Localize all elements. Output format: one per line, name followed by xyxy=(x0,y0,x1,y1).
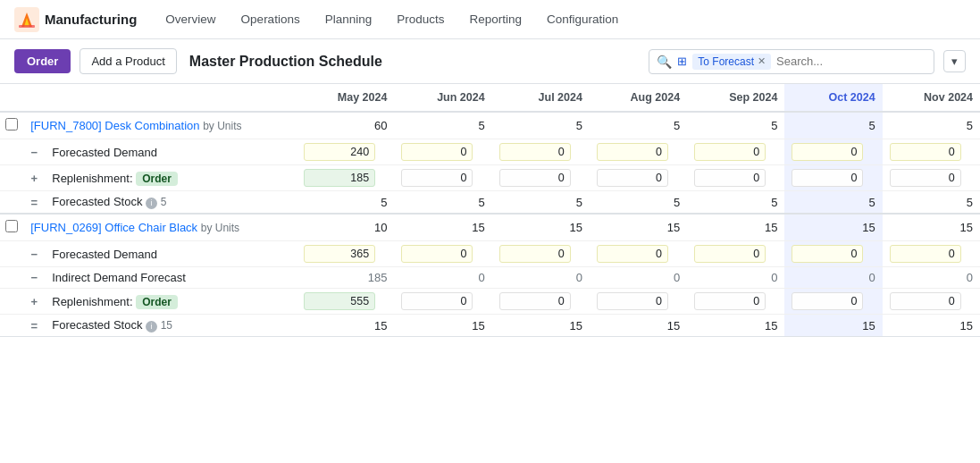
replenishment-input[interactable] xyxy=(597,169,668,187)
search-bar: 🔍 ⊞ To Forecast ✕ xyxy=(649,49,934,74)
replenishment-input[interactable] xyxy=(694,292,766,310)
filter-label: To Forecast xyxy=(698,55,754,68)
filter-badge[interactable]: To Forecast ✕ xyxy=(692,54,771,70)
demand-input[interactable] xyxy=(401,143,473,161)
cell: 15 xyxy=(883,315,980,337)
cell-highlighted: 15 xyxy=(784,315,882,337)
cell xyxy=(883,241,980,267)
cell: 15 xyxy=(394,315,491,337)
cell: 5 xyxy=(590,112,687,139)
forecast-stock-row-1: = Forecasted Stock i 5 5 5 5 5 5 5 5 xyxy=(0,191,980,215)
cell xyxy=(590,289,687,315)
cell xyxy=(297,241,394,267)
search-input[interactable] xyxy=(776,55,926,68)
cell: 15 xyxy=(590,315,687,337)
replenishment-input[interactable] xyxy=(890,169,961,187)
replenishment-badge-2[interactable]: Order xyxy=(136,295,178,309)
forecast-stock-label-2: Forecasted Stock i 15 xyxy=(45,315,297,337)
demand-input[interactable] xyxy=(499,245,571,263)
nav-products[interactable]: Products xyxy=(386,7,455,31)
replenishment-input[interactable] xyxy=(890,292,961,310)
cell xyxy=(492,165,590,191)
demand-input[interactable] xyxy=(401,245,473,263)
table-header-2: May 2024 Jun 2024 Jul 2024 Aug 2024 Sep … xyxy=(0,84,980,112)
replenishment-input[interactable] xyxy=(304,169,375,187)
nav-planning[interactable]: Planning xyxy=(314,7,383,31)
app-name: Manufacturing xyxy=(45,12,137,27)
cell xyxy=(0,139,23,165)
demand-row-2: − Forecasted Demand xyxy=(0,241,980,267)
page-title: Master Production Schedule xyxy=(189,54,641,70)
row-check-1[interactable] xyxy=(0,112,23,139)
demand-input[interactable] xyxy=(792,143,863,161)
cell: 185 xyxy=(297,267,394,289)
demand-input[interactable] xyxy=(597,245,668,263)
cell-highlighted: 15 xyxy=(784,214,882,241)
nav-overview[interactable]: Overview xyxy=(155,7,226,31)
cell: 5 xyxy=(394,112,491,139)
search-dropdown-button[interactable]: ▾ xyxy=(943,50,966,72)
replenishment-input[interactable] xyxy=(401,169,473,187)
replenishment-input[interactable] xyxy=(694,169,766,187)
demand-input[interactable] xyxy=(304,143,375,161)
product-2-link[interactable]: [FURN_0269] Office Chair Black xyxy=(30,221,197,234)
product-1-link[interactable]: [FURN_7800] Desk Combination xyxy=(30,119,199,132)
demand-input[interactable] xyxy=(890,245,961,263)
cell-highlighted xyxy=(784,139,882,165)
cell-highlighted: 0 xyxy=(784,267,882,289)
cell xyxy=(492,241,590,267)
product-1-label: [FURN_7800] Desk Combination by Units xyxy=(23,112,297,139)
demand-input[interactable] xyxy=(597,143,668,161)
cell: 5 xyxy=(492,112,590,139)
replenishment-input[interactable] xyxy=(401,292,473,310)
demand-input[interactable] xyxy=(792,245,863,263)
cell: 5 xyxy=(883,191,980,215)
operator-equals: = xyxy=(23,191,45,215)
add-product-button[interactable]: Add a Product xyxy=(80,48,176,74)
cell xyxy=(0,191,23,215)
operator-minus: − xyxy=(23,139,45,165)
nav-operations[interactable]: Operations xyxy=(230,7,311,31)
cell xyxy=(687,289,784,315)
cell: 15 xyxy=(883,214,980,241)
replenishment-input-2[interactable] xyxy=(304,292,375,310)
cell xyxy=(590,165,687,191)
table-container: May 2024 Jun 2024 Jul 2024 Aug 2024 Sep … xyxy=(0,84,980,337)
replenishment-input[interactable] xyxy=(499,169,571,187)
replenishment-label-2: Replenishment: Order xyxy=(45,289,297,315)
cell: 10 xyxy=(297,214,394,241)
indirect-demand-label: Indirect Demand Forecast xyxy=(45,267,297,289)
replenishment-input[interactable] xyxy=(499,292,571,310)
demand-label-2: Forecasted Demand xyxy=(45,241,297,267)
operator-equals-2: = xyxy=(23,315,45,337)
demand-input-2[interactable] xyxy=(304,245,375,263)
svg-rect-3 xyxy=(19,25,35,28)
demand-input[interactable] xyxy=(499,143,571,161)
cell xyxy=(0,165,23,191)
replenishment-badge-1[interactable]: Order xyxy=(136,172,178,186)
filter-remove-icon[interactable]: ✕ xyxy=(758,55,766,67)
demand-input[interactable] xyxy=(694,245,766,263)
demand-input[interactable] xyxy=(890,143,961,161)
cell-highlighted xyxy=(784,241,882,267)
cell: 5 xyxy=(687,191,784,215)
cell: 0 xyxy=(394,267,491,289)
cell: 15 xyxy=(492,315,590,337)
cell xyxy=(687,165,784,191)
product-row-2: [FURN_0269] Office Chair Black by Units … xyxy=(0,214,980,241)
nav-reporting[interactable]: Reporting xyxy=(458,7,532,31)
product-2-label: [FURN_0269] Office Chair Black by Units xyxy=(23,214,297,241)
app-logo: Manufacturing xyxy=(14,7,137,32)
logo-icon xyxy=(14,7,39,32)
cell xyxy=(492,139,590,165)
demand-input[interactable] xyxy=(694,143,766,161)
replenishment-input[interactable] xyxy=(792,169,863,187)
replenishment-input[interactable] xyxy=(792,292,863,310)
cell: 5 xyxy=(297,191,394,215)
cell xyxy=(687,241,784,267)
replenishment-input[interactable] xyxy=(597,292,668,310)
row-check-2[interactable] xyxy=(0,214,23,241)
nav-configuration[interactable]: Configuration xyxy=(536,7,629,31)
order-button[interactable]: Order xyxy=(14,49,71,73)
cell-highlighted xyxy=(784,165,882,191)
